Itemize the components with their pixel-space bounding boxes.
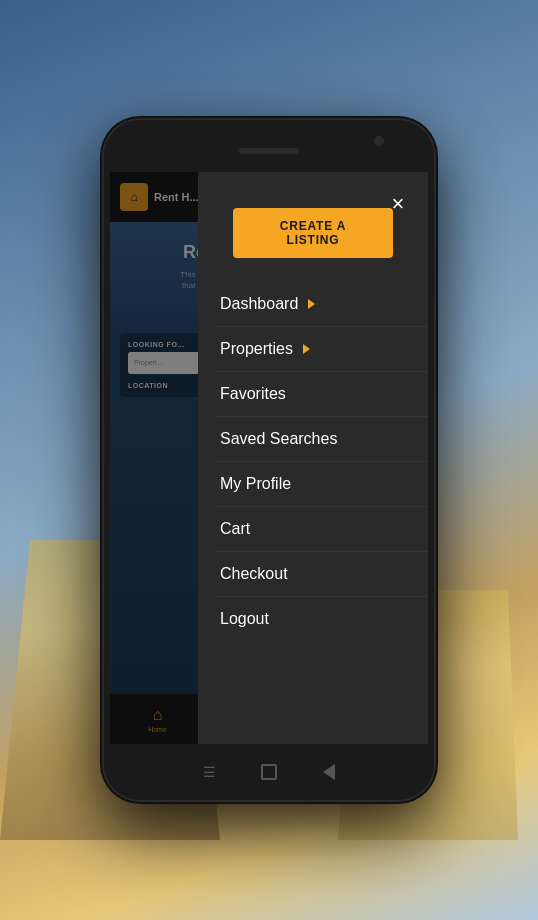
phone-speaker [239, 148, 299, 154]
android-menu-icon: ☰ [203, 764, 216, 780]
android-home-button[interactable] [259, 762, 279, 782]
menu-item-checkout-label: Checkout [220, 565, 288, 583]
menu-item-logout-label: Logout [220, 610, 269, 628]
menu-item-cart[interactable]: Cart [214, 507, 428, 552]
menu-item-my-profile[interactable]: My Profile [214, 462, 428, 507]
menu-item-favorites-label: Favorites [220, 385, 286, 403]
menu-item-favorites[interactable]: Favorites [214, 372, 428, 417]
properties-arrow-icon [303, 344, 310, 354]
android-back-icon [323, 764, 335, 780]
menu-item-saved-searches[interactable]: Saved Searches [214, 417, 428, 462]
phone-bottom-bezel: ☰ [104, 744, 434, 800]
menu-item-logout[interactable]: Logout [214, 597, 428, 641]
menu-item-saved-searches-label: Saved Searches [220, 430, 337, 448]
android-home-icon [261, 764, 277, 780]
phone-frame: ⌂ Rent H... Rer... This is an in...that … [104, 120, 434, 800]
menu-item-properties-label: Properties [220, 340, 293, 358]
menu-close-button[interactable]: × [382, 188, 414, 220]
phone-top-bezel [104, 120, 434, 172]
phone-screen: ⌂ Rent H... Rer... This is an in...that … [110, 172, 428, 744]
dashboard-arrow-icon [308, 299, 315, 309]
menu-item-my-profile-label: My Profile [220, 475, 291, 493]
menu-item-dashboard-label: Dashboard [220, 295, 298, 313]
menu-item-properties[interactable]: Properties [214, 327, 428, 372]
phone-camera [374, 136, 384, 146]
menu-item-checkout[interactable]: Checkout [214, 552, 428, 597]
close-icon: × [392, 193, 405, 215]
menu-item-dashboard[interactable]: Dashboard [214, 282, 428, 327]
create-listing-button[interactable]: CREATE A LISTING [233, 208, 393, 258]
menu-items-list: Dashboard Properties Favorites Saved Sea… [198, 282, 428, 641]
android-menu-button[interactable]: ☰ [199, 762, 219, 782]
slide-menu: × CREATE A LISTING Dashboard Properties … [198, 172, 428, 744]
menu-item-cart-label: Cart [220, 520, 250, 538]
android-back-button[interactable] [319, 762, 339, 782]
